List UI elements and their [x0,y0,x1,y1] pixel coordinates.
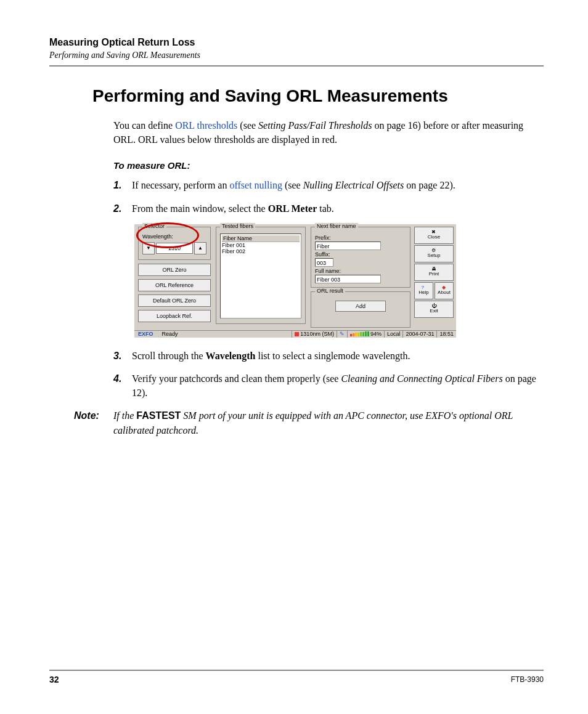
steps-heading: To measure ORL: [113,160,544,171]
tested-fiber-row[interactable]: Fiber 002 [222,248,300,254]
status-bar: EXFO Ready 1310nm (SM) ✎ [134,330,456,338]
fullname-label: Full name: [315,268,406,274]
status-local: Local [384,331,403,338]
suffix-label: Suffix: [315,251,406,258]
close-button[interactable]: ✖ Close [414,227,454,244]
status-link-icon: ✎ [337,331,347,338]
print-button[interactable]: 🖶 Print [414,264,454,281]
chapter-title: Measuring Optical Return Loss [49,37,544,48]
status-wavelength: 1310nm (SM) [292,331,337,338]
setup-button[interactable]: ⚙ Setup [414,245,454,262]
orl-reference-button[interactable]: ORL Reference [138,279,211,291]
tested-fibers-group-label: Tested fibers [220,223,255,229]
next-fiber-group-label: Next fiber name [315,223,358,229]
orl-meter-bold: ORL Meter [268,203,317,214]
doc-id: FTB-3930 [511,675,544,684]
status-ready: Ready [157,331,292,337]
exit-button[interactable]: ⏻ Exit [414,301,454,318]
step-2-num: 2. [113,201,132,216]
fullname-input[interactable]: Fiber 003 [315,275,381,283]
step-4: 4. Verify your patchcords and clean them… [113,371,544,400]
status-date: 2004-07-31 [402,331,436,338]
wavelength-next-button[interactable]: ▲ [194,242,206,254]
step-3-num: 3. [113,349,132,363]
help-button[interactable]: ? Help [414,282,433,299]
page-number: 32 [49,675,59,684]
selector-group-label: Selector [142,223,166,229]
wavelength-prev-button[interactable]: ▼ [142,242,155,254]
wavelength-value: 1310 [156,243,193,254]
connection-icon: ✎ [340,331,345,337]
ref-nulling-offsets: Nulling Electrical Offsets [303,180,404,190]
step-1: 1. If necessary, perform an offset nulli… [113,178,544,192]
loopback-ref-button[interactable]: Loopback Ref. [138,310,211,322]
page-title: Performing and Saving ORL Measurements [92,86,544,106]
fastest-word: FASTEST [136,410,181,421]
link-orl-thresholds[interactable]: ORL thresholds [175,120,237,131]
step-1-num: 1. [113,178,132,192]
prefix-input[interactable]: Fiber [315,241,381,250]
orl-zero-button[interactable]: ORL Zero [138,264,211,276]
section-title: Performing and Saving ORL Measurements [49,51,544,60]
screenshot-orl-meter: Selector Wavelength: ▼ 1310 ▲ ORL Zero O… [134,224,456,338]
about-button[interactable]: ◆ About [435,282,454,299]
link-offset-nulling[interactable]: offset nulling [229,180,282,190]
page-footer: 32 FTB-3930 [49,670,544,684]
wavelength-label: Wavelength: [142,233,173,240]
orl-result-group-label: ORL result [315,288,345,294]
tested-fibers-header: Fiber Name [222,235,300,242]
step-2: 2. From the main window, select the ORL … [113,201,544,216]
default-orl-zero-button[interactable]: Default ORL Zero [138,294,211,307]
status-wavelength-icon [295,332,299,336]
suffix-input[interactable]: 003 [315,258,333,267]
step-3: 3. Scroll through the Wavelength list to… [113,349,544,363]
tested-fibers-list[interactable]: Fiber Name Fiber 001 Fiber 002 [220,233,301,318]
tested-fiber-row[interactable]: Fiber 001 [222,242,300,248]
ref-cleaning-connecting: Cleaning and Connecting Optical Fibers [341,373,502,384]
step-4-num: 4. [113,371,132,400]
status-time: 18:51 [436,331,456,338]
wavelength-bold: Wavelength [206,351,256,361]
prefix-label: Prefix: [315,235,406,241]
intro-paragraph: You can define ORL thresholds (see Setti… [113,118,544,147]
note: Note: If the FASTEST SM port of your uni… [74,408,544,437]
note-label: Note: [74,408,113,437]
ref-setting-passfail: Setting Pass/Fail Thresholds [258,120,372,131]
status-brand: EXFO [134,331,157,337]
add-button[interactable]: Add [335,301,386,312]
header-rule [49,65,544,67]
status-battery: 94% [347,331,384,338]
